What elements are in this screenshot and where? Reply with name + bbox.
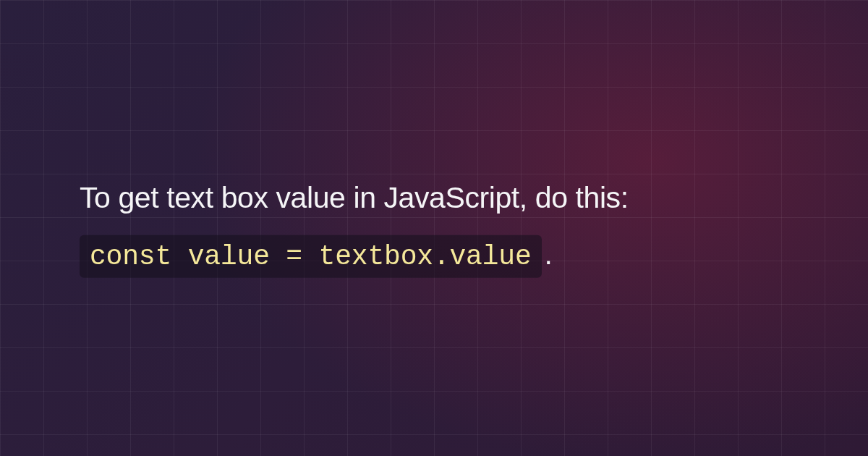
trailing-period: . bbox=[545, 237, 553, 271]
content-block: To get text box value in JavaScript, do … bbox=[0, 178, 868, 278]
code-snippet: const value = textbox.value bbox=[80, 235, 542, 278]
code-line: const value = textbox.value . bbox=[80, 235, 788, 278]
heading-text: To get text box value in JavaScript, do … bbox=[80, 178, 788, 218]
